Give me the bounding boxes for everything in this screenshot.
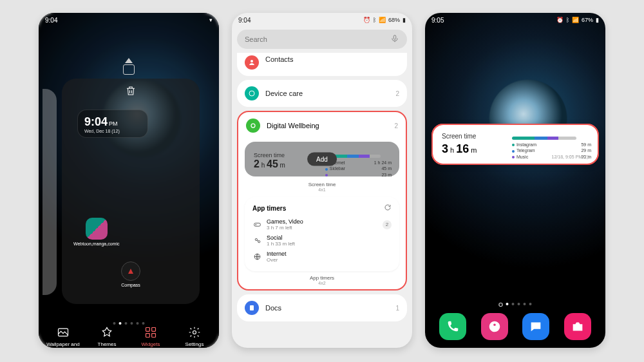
gamepad-icon (252, 220, 261, 229)
phone-1-home-edit: 9:04 ▾ 9:04PM Wed, Dec 18 (12) Webtoon,m… (39, 13, 219, 348)
phone-3-home-with-widget: 9:05 ⏰ ᛒ 📶 67% ▮ Screen time 3 h 16 m In… (425, 13, 605, 348)
widget-source-label: Docs (265, 304, 281, 312)
wallpaper (425, 13, 605, 348)
status-time: 9:04 (238, 17, 251, 24)
svg-point-8 (249, 91, 254, 96)
folder-label: Webtoon,manga,comic (73, 242, 119, 246)
svg-point-12 (258, 241, 260, 243)
digital-wellbeing-icon (246, 119, 260, 133)
bluetooth-icon: ᛒ (373, 17, 376, 23)
folder-icon (86, 218, 108, 240)
widgets-button[interactable]: Widgets (129, 325, 173, 348)
app-folder-webtoon[interactable]: Webtoon,manga,comic (73, 218, 119, 246)
phone-2-widget-picker: 9:04 ⏰ ᛒ 📶 68% ▮ Search Contacts Device … (232, 13, 412, 348)
voice-search-icon[interactable] (390, 34, 399, 44)
svg-rect-2 (152, 328, 156, 332)
trash-icon[interactable] (125, 85, 137, 97)
contacts-icon (245, 55, 259, 70)
wifi-icon: ▾ (209, 17, 213, 23)
widget-source-digital-wellbeing[interactable]: Digital Wellbeing 2 (238, 112, 406, 139)
widget-source-contacts[interactable]: Contacts (237, 53, 407, 76)
status-icons: ⏰ ᛒ 📶 68% ▮ (363, 17, 406, 23)
social-icon (252, 236, 261, 245)
compass-label: Compass (121, 283, 140, 287)
battery-label: 67% (582, 17, 593, 23)
svg-rect-4 (152, 334, 156, 338)
timer-row-social[interactable]: Social1 h 33 m left (252, 233, 392, 249)
timer-row-internet[interactable]: InternetOver (252, 249, 392, 265)
page-indicator (499, 303, 532, 307)
bluetooth-icon: ᛒ (566, 17, 569, 23)
home-indicator-icon (125, 58, 133, 63)
home-page-card[interactable]: 9:04PM Wed, Dec 18 (12) Webtoon,manga,co… (62, 79, 200, 304)
gallery-app[interactable] (481, 313, 508, 340)
status-icons: ▾ (209, 17, 213, 23)
search-placeholder: Search (245, 35, 267, 43)
widget-count: 2 (395, 90, 399, 97)
wifi-icon: 📶 (572, 17, 579, 23)
phone-icon (446, 319, 460, 334)
globe-icon (252, 252, 261, 262)
phone-app[interactable] (439, 313, 466, 340)
widget-source-label: Contacts (265, 55, 293, 63)
svg-rect-3 (146, 334, 150, 338)
wallpaper-icon (56, 325, 70, 339)
status-icons: ⏰ ᛒ 📶 67% ▮ (556, 17, 599, 23)
status-time: 9:04 (45, 17, 57, 24)
widget-source-device-care[interactable]: Device care 2 (237, 80, 407, 107)
themes-button[interactable]: Themes (85, 325, 129, 348)
svg-point-9 (251, 124, 255, 128)
widget-source-label: Device care (265, 90, 303, 97)
svg-point-16 (535, 325, 536, 327)
add-widget-button[interactable]: Add (307, 153, 337, 166)
battery-label: 68% (388, 17, 400, 23)
alarm-icon: ⏰ (556, 17, 564, 23)
svg-point-5 (193, 331, 196, 334)
app-timers-widget-preview[interactable]: App timers Games, Video3 h 7 m left 2 So… (245, 197, 399, 271)
refresh-icon (585, 155, 590, 160)
refresh-icon[interactable] (384, 204, 392, 213)
messages-icon (529, 319, 543, 334)
clock-time: 9:04PM (84, 115, 141, 129)
svg-rect-6 (393, 35, 396, 39)
wifi-icon: 📶 (379, 17, 386, 23)
status-bar: 9:05 ⏰ ᛒ 📶 67% ▮ (425, 13, 605, 27)
screen-time-widget[interactable]: Screen time 3 h 16 m Instagram59 m Teleg… (431, 124, 599, 165)
compass-app[interactable]: Compass (121, 262, 140, 287)
alarm-icon: ⏰ (363, 17, 370, 23)
settings-button[interactable]: Settings (173, 325, 216, 348)
status-time: 9:05 (431, 17, 444, 24)
edit-bottom-bar: Wallpaper and style Themes Widgets Setti… (39, 321, 219, 348)
timer-row-games[interactable]: Games, Video3 h 7 m left 2 (252, 216, 392, 233)
battery-icon: ▮ (596, 17, 599, 23)
screen-time-widget-preview[interactable]: Screen time 2 h 45 m Internet1 h 24 m Si… (245, 142, 399, 176)
widget-count: 1 (395, 305, 399, 312)
usage-bar (512, 137, 576, 140)
widget-source-digital-wellbeing-expanded: Digital Wellbeing 2 Screen time 2 h 45 m… (237, 111, 407, 291)
camera-app[interactable] (564, 313, 591, 340)
timers-title: App timers (252, 205, 286, 212)
battery-icon: ▮ (402, 17, 406, 23)
svg-point-15 (534, 325, 535, 327)
device-care-icon (245, 86, 259, 100)
widget-source-label: Digital Wellbeing (267, 122, 319, 129)
widget-count: 2 (394, 122, 398, 129)
prev-page-peek[interactable] (43, 89, 57, 295)
widget-timestamp: 12/18, 9:05 PM (552, 155, 590, 160)
compass-icon (121, 262, 140, 281)
wallpaper-button[interactable]: Wallpaper and style (41, 325, 85, 348)
clock-widget[interactable]: 9:04PM Wed, Dec 18 (12) (77, 110, 148, 138)
widgets-icon (144, 325, 158, 339)
svg-point-7 (251, 60, 253, 62)
gear-icon (187, 325, 202, 339)
svg-rect-14 (250, 305, 254, 310)
svg-point-17 (537, 325, 538, 327)
camera-icon (571, 319, 585, 334)
messages-app[interactable] (522, 313, 549, 340)
clock-date: Wed, Dec 18 (12) (84, 129, 141, 133)
search-input[interactable]: Search (237, 30, 407, 49)
widget-source-docs[interactable]: Docs 1 (237, 294, 407, 321)
svg-rect-10 (254, 223, 260, 226)
status-bar: 9:04 ⏰ ᛒ 📶 68% ▮ (232, 13, 412, 27)
themes-icon (100, 325, 114, 339)
